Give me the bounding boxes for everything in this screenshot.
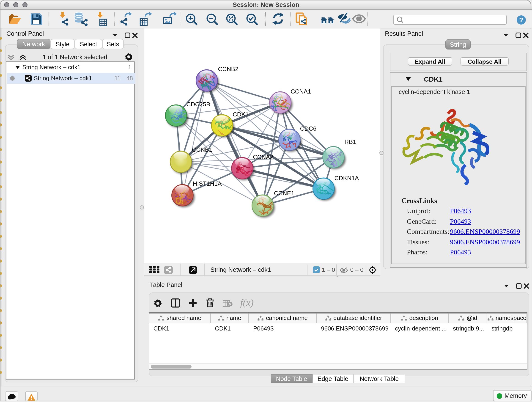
svg-text:CCNE1: CCNE1 bbox=[274, 190, 294, 197]
svg-text:HIST1H1A: HIST1H1A bbox=[193, 180, 222, 187]
svg-text:CCNB2: CCNB2 bbox=[218, 65, 239, 72]
svg-text:CDC25B: CDC25B bbox=[186, 101, 210, 108]
svg-text:CDK1: CDK1 bbox=[233, 111, 249, 118]
svg-text:RB1: RB1 bbox=[345, 138, 356, 145]
svg-text:?: ? bbox=[519, 16, 523, 23]
svg-text:CDKN1A: CDKN1A bbox=[335, 175, 359, 182]
svg-text:CCNB1: CCNB1 bbox=[192, 146, 212, 153]
svg-text:CCNA1: CCNA1 bbox=[291, 88, 311, 95]
svg-text:CDC6: CDC6 bbox=[300, 125, 317, 132]
svg-text:CCNA2: CCNA2 bbox=[253, 153, 273, 160]
